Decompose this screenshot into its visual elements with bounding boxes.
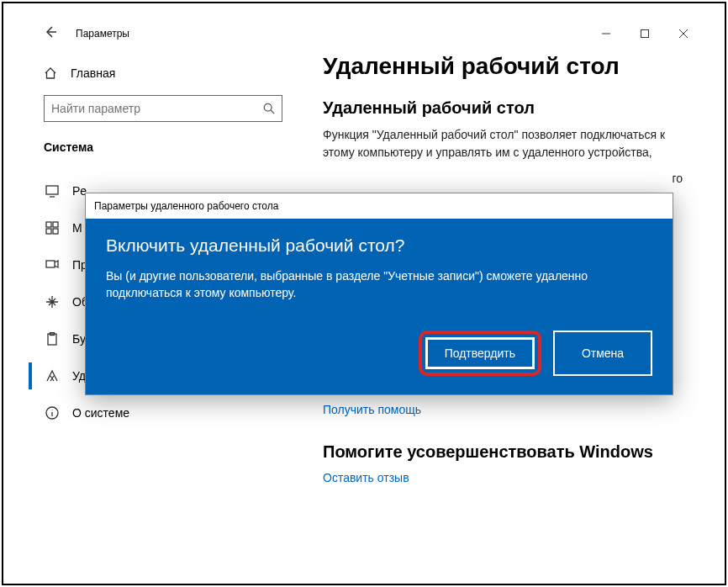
sidebar-item-label: М [72,221,82,235]
dialog-body: Включить удаленный рабочий стол? Вы (и д… [86,219,673,394]
home-label: Главная [71,66,115,80]
titlebar: Параметры [29,21,703,46]
sidebar-item-label: О системе [72,406,129,420]
maximize-button[interactable] [625,21,664,46]
cancel-button[interactable]: Отмена [553,331,652,376]
svg-rect-2 [46,186,58,194]
svg-rect-0 [641,30,649,38]
dialog-heading: Включить удаленный рабочий стол? [106,235,652,256]
clipboard-icon [45,332,59,346]
svg-rect-3 [46,222,51,227]
intro-text: Функция "Удаленный рабочий стол" позволя… [323,126,683,161]
help-link[interactable]: Получить помощь [323,403,421,416]
search-input-container[interactable] [44,95,282,122]
home-icon [44,66,57,80]
multitask-icon [45,221,59,235]
svg-rect-4 [53,222,58,227]
info-icon [45,406,59,420]
confirm-highlight: Подтвердить [419,331,541,376]
svg-rect-6 [53,229,58,234]
partial-text: го [323,170,683,188]
window-controls [587,21,703,46]
close-button[interactable] [664,21,703,46]
dialog-text: Вы (и другие пользователи, выбранные в р… [106,267,652,302]
remote-desktop-icon [45,369,59,383]
section-heading: Удаленный рабочий стол [323,98,683,118]
feedback-link[interactable]: Оставить отзыв [323,471,409,484]
minimize-icon [602,29,610,38]
section-title: Система [44,140,282,154]
display-icon [45,184,59,198]
maximize-icon [641,29,649,38]
minimize-button[interactable] [587,21,625,46]
page-title: Удаленный рабочий стол [323,53,683,80]
window-title: Параметры [76,28,587,40]
svg-rect-5 [46,229,51,234]
back-button[interactable] [44,25,61,42]
home-button[interactable]: Главная [44,60,282,95]
shared-icon [45,295,59,309]
close-icon [679,29,688,38]
dialog-title: Параметры удаленного рабочего стола [86,193,673,219]
improve-heading: Помогите усовершенствовать Windows [323,442,683,462]
svg-point-1 [264,103,272,111]
dialog-buttons: Подтвердить Отмена [106,331,652,376]
sidebar-item-about[interactable]: О системе [44,394,282,431]
arrow-left-icon [44,25,57,39]
project-icon [45,258,59,272]
search-input[interactable] [51,102,263,115]
svg-rect-7 [46,261,55,267]
confirm-button[interactable]: Подтвердить [425,337,535,369]
search-icon [263,103,275,114]
confirm-dialog: Параметры удаленного рабочего стола Вклю… [85,193,673,395]
